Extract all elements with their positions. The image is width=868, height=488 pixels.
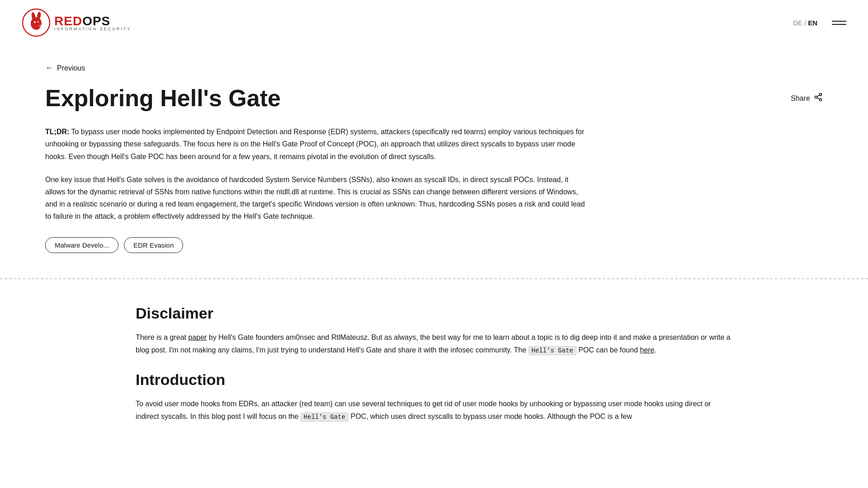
tags-row: Malware Develo... EDR Evasion [45,237,823,253]
tldr-label: TL;DR: [45,128,69,136]
share-icon [814,93,823,104]
tag-malware-dev[interactable]: Malware Develo... [45,237,118,253]
hamburger-line-1 [832,21,846,22]
hells-gate-code-2: Hell's Gate [301,413,349,422]
share-button[interactable]: Share [791,93,823,104]
svg-point-4 [34,21,36,23]
lang-separator: / [804,19,806,27]
disclaimer-text-end: POC can be found [576,346,640,354]
section-content: Disclaimer There is a great paper by Hel… [0,279,868,423]
logo[interactable]: REDOPS INFORMATION SECURITY [22,8,131,37]
back-arrow-icon: ← [45,63,53,73]
svg-line-11 [817,95,820,96]
logo-subtitle: INFORMATION SECURITY [54,27,131,31]
article-body: TL;DR: To bypass user mode hooks impleme… [45,126,588,222]
article-header-row: Exploring Hell's Gate Share [45,85,823,111]
svg-point-5 [38,21,39,23]
svg-point-6 [39,25,42,28]
intro-text-end: POC, which uses direct syscalls to bypas… [349,413,632,420]
svg-line-10 [817,98,820,99]
previous-nav-link[interactable]: ← Previous [45,63,823,73]
body-paragraph: One key issue that Hell's Gate solves is… [45,174,588,223]
hells-gate-code-1: Hell's Gate [528,346,576,355]
hamburger-menu[interactable] [832,21,846,25]
header-right: DE / EN [793,19,846,27]
main-content: ← Previous Exploring Hell's Gate Share T… [0,45,868,253]
disclaimer-text-start: There is a great [136,333,189,341]
tldr-paragraph: TL;DR: To bypass user mode hooks impleme… [45,126,588,163]
disclaimer-text-final: . [655,346,656,354]
article-title: Exploring Hell's Gate [45,85,281,111]
disclaimer-title: Disclaimer [136,305,732,322]
logo-text-group: REDOPS INFORMATION SECURITY [54,14,131,31]
header: REDOPS INFORMATION SECURITY DE / EN [0,0,868,45]
paper-link[interactable]: paper [189,333,207,341]
introduction-title: Introduction [136,371,732,389]
logo-icon [22,8,51,37]
lang-de-button[interactable]: DE [793,19,802,27]
lang-en-button[interactable]: EN [808,19,817,27]
tldr-text: To bypass user mode hooks implemented by… [45,128,584,160]
share-label: Share [791,94,810,103]
svg-point-1 [31,17,42,30]
tag-edr-evasion[interactable]: EDR Evasion [124,237,183,253]
previous-label: Previous [57,64,85,72]
here-link[interactable]: here [640,346,654,354]
hamburger-line-2 [832,24,846,25]
introduction-paragraph: To avoid user mode hooks from EDRs, an a… [136,398,732,423]
lang-switcher: DE / EN [793,19,817,27]
disclaimer-paragraph: There is a great paper by Hell's Gate fo… [136,331,732,357]
